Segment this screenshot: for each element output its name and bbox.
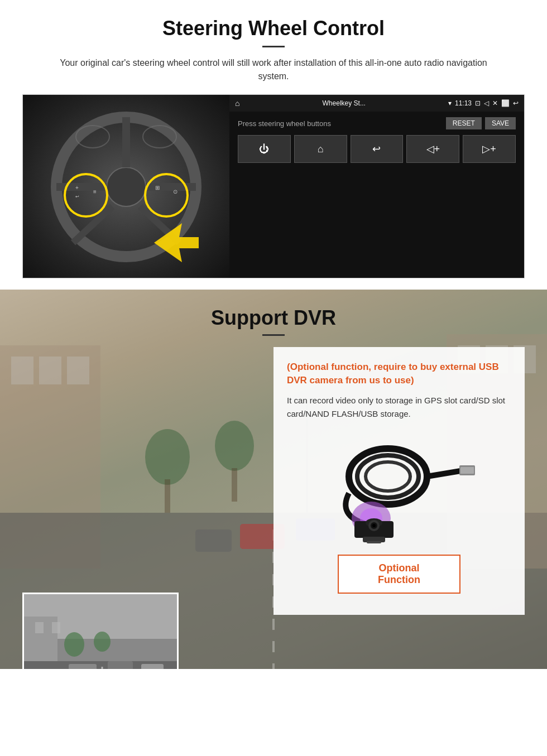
steering-title: Steering Wheel Control [22,17,525,40]
screen-topbar: ⌂ Wheelkey St... ▾ 11:13 ⊡ ◁ ✕ ⬜ ↩ [229,95,524,112]
home-icon: ⌂ [235,99,239,108]
thumbnail-svg [24,594,179,669]
dvr-description: It can record video only to storage in G… [287,394,511,421]
volume-icon: ◁ [484,99,489,107]
svg-point-9 [65,174,107,216]
dvr-thumb-inner [24,594,177,669]
svg-point-61 [372,524,376,527]
svg-rect-44 [69,664,97,669]
save-button[interactable]: SAVE [485,117,516,129]
screen-content: Press steering wheel buttons RESET SAVE … [229,112,524,278]
dvr-title: Support DVR [22,306,525,330]
screen-ui-area: ⌂ Wheelkey St... ▾ 11:13 ⊡ ◁ ✕ ⬜ ↩ Press… [229,95,524,278]
dvr-left-area [22,347,262,615]
svg-point-47 [64,632,84,657]
camera-svg [321,432,477,543]
optional-function-button[interactable]: Optional Function [338,555,460,594]
svg-text:↩: ↩ [75,194,79,199]
status-icons: ▾ 11:13 ⊡ ◁ ✕ ⬜ ↩ [448,99,519,107]
steering-wheel-photo: + ↩ ≡ ⊞ ⊙ [23,95,229,278]
svg-rect-46 [141,664,164,669]
svg-rect-40 [35,622,44,633]
dvr-section: Support DVR [0,290,547,669]
svg-line-5 [73,206,112,243]
back-icon: ↩ [513,99,519,107]
svg-point-1 [107,167,146,206]
reset-button[interactable]: RESET [446,117,482,129]
screen-prompt-text: Press steering wheel buttons [238,119,331,128]
svg-text:≡: ≡ [93,189,97,195]
dvr-camera-image [287,432,511,543]
grid-btn-home[interactable]: ⌂ [294,135,347,163]
dvr-thumbnail [22,593,179,669]
svg-text:⊙: ⊙ [173,189,177,195]
control-button-grid: ⏻ ⌂ ↩ ◁+ ▷+ [238,135,516,163]
svg-point-10 [145,174,188,216]
dvr-main-row: (Optional function, require to buy exter… [22,347,525,615]
svg-rect-54 [460,467,474,474]
dvr-divider [262,334,285,336]
steering-divider [262,46,285,47]
steering-description: Your original car's steering wheel contr… [45,56,502,83]
grid-btn-vol-down[interactable]: ◁+ [406,135,459,163]
display-icon: ⬜ [501,99,510,107]
svg-text:⊞: ⊞ [155,185,160,191]
screen-app-title: Wheelkey St... [244,99,444,107]
arrow-svg [148,220,204,265]
dvr-overlay: Support DVR [0,290,547,637]
close-icon: ✕ [492,99,498,107]
wifi-icon: ▾ [448,99,452,107]
svg-text:+: + [75,185,79,191]
svg-point-51 [366,462,410,491]
svg-rect-63 [367,541,381,543]
svg-point-48 [94,632,111,652]
prompt-row: Press steering wheel buttons RESET SAVE [238,117,516,129]
dvr-title-area: Support DVR [22,306,525,336]
svg-rect-45 [108,661,133,669]
steering-composite-image: + ↩ ≡ ⊞ ⊙ ⌂ Wheelkey St... [22,94,525,278]
time-display: 11:13 [455,99,472,107]
svg-rect-41 [52,622,60,633]
grid-btn-back[interactable]: ↩ [351,135,404,163]
steering-section: Steering Wheel Control Your original car… [0,0,547,290]
steering-wheel-inner: + ↩ ≡ ⊞ ⊙ [48,109,204,265]
dvr-info-panel: (Optional function, require to buy exter… [274,347,525,615]
grid-btn-vol-up[interactable]: ▷+ [463,135,516,163]
svg-line-52 [427,471,460,476]
camera-icon: ⊡ [475,99,481,107]
dvr-optional-text: (Optional function, require to buy exter… [287,360,511,387]
svg-marker-16 [154,223,199,262]
grid-btn-power[interactable]: ⏻ [238,135,291,163]
